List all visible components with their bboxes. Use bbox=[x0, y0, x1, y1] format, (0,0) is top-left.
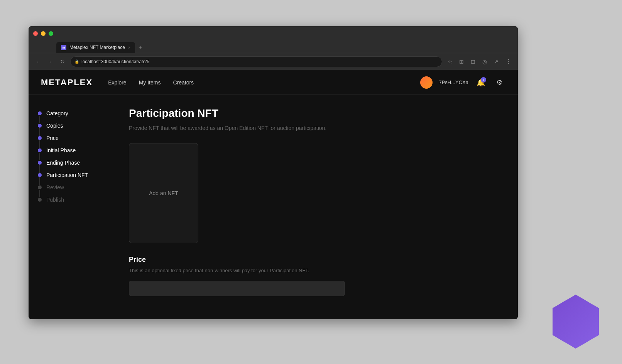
add-nft-label: Add an NFT bbox=[149, 190, 178, 196]
price-input[interactable] bbox=[129, 281, 345, 296]
page-description: Provide NFT that will be awarded as an O… bbox=[129, 124, 502, 132]
sidebar-label-initial-phase: Initial Phase bbox=[46, 147, 76, 153]
notification-button[interactable]: 🔔 1 bbox=[475, 76, 487, 89]
tab-title: Metaplex NFT Marketplace bbox=[69, 45, 125, 50]
sidebar-items: Category Copies Price bbox=[38, 107, 104, 206]
settings-button[interactable]: ⚙ bbox=[493, 76, 505, 89]
sidebar-dot-initial-phase bbox=[38, 148, 42, 152]
browser-titlebar bbox=[29, 26, 518, 41]
sidebar-item-category[interactable]: Category bbox=[38, 107, 104, 120]
decorative-shape bbox=[553, 295, 599, 349]
notification-badge: 1 bbox=[481, 77, 486, 83]
wallet-avatar bbox=[420, 76, 433, 89]
extension-icon-2[interactable]: ⊡ bbox=[468, 57, 478, 66]
gear-icon: ⚙ bbox=[496, 78, 502, 87]
sidebar-label-participation-nft: Participation NFT bbox=[46, 172, 88, 178]
extension-icon-3[interactable]: ◎ bbox=[480, 57, 489, 66]
minimize-button[interactable] bbox=[41, 31, 46, 36]
back-button[interactable]: ‹ bbox=[33, 57, 42, 66]
new-tab-button[interactable]: + bbox=[135, 42, 146, 53]
sidebar-dot-participation-nft bbox=[38, 173, 42, 177]
nav-creators[interactable]: Creators bbox=[173, 79, 194, 86]
close-button[interactable] bbox=[33, 31, 38, 36]
sidebar-label-category: Category bbox=[46, 110, 68, 116]
nav-my-items[interactable]: My Items bbox=[139, 79, 161, 86]
url-bar[interactable]: 🔒 localhost:3000/#/auction/create/5 bbox=[70, 56, 442, 67]
main-layout: Category Copies Price bbox=[29, 95, 518, 319]
sidebar-item-participation-nft[interactable]: Participation NFT bbox=[38, 169, 104, 181]
sidebar-item-initial-phase[interactable]: Initial Phase bbox=[38, 144, 104, 157]
sidebar-dot-ending-phase bbox=[38, 161, 42, 165]
page-title: Participation NFT bbox=[129, 107, 502, 120]
price-section-title: Price bbox=[129, 256, 502, 264]
sidebar-dot-publish bbox=[38, 198, 42, 202]
toolbar-icons: ☆ ⊞ ⊡ ◎ ↗ bbox=[445, 57, 501, 66]
tab-favicon-icon: M bbox=[61, 45, 66, 50]
maximize-button[interactable] bbox=[49, 31, 53, 36]
sidebar-item-copies[interactable]: Copies bbox=[38, 120, 104, 132]
main-content: Participation NFT Provide NFT that will … bbox=[113, 95, 518, 319]
sidebar-item-review[interactable]: Review bbox=[38, 181, 104, 194]
sidebar-label-ending-phase: Ending Phase bbox=[46, 160, 80, 166]
sidebar-item-ending-phase[interactable]: Ending Phase bbox=[38, 157, 104, 169]
navbar-right: 7PsH...YCXa 🔔 1 ⚙ bbox=[420, 76, 505, 89]
extension-icon-4[interactable]: ↗ bbox=[492, 57, 501, 66]
url-text: localhost:3000/#/auction/create/5 bbox=[81, 59, 149, 64]
app-content: METAPLEX Explore My Items Creators 7PsH.… bbox=[29, 70, 518, 319]
tab-bar: M Metaplex NFT Marketplace × + bbox=[29, 41, 518, 53]
refresh-button[interactable]: ↻ bbox=[58, 57, 67, 66]
add-nft-card[interactable]: Add an NFT bbox=[129, 143, 198, 243]
bookmark-icon[interactable]: ☆ bbox=[445, 57, 455, 66]
nav-explore[interactable]: Explore bbox=[108, 79, 126, 86]
browser-window: M Metaplex NFT Marketplace × + ‹ › ↻ 🔒 l… bbox=[29, 26, 518, 319]
logo[interactable]: METAPLEX bbox=[41, 78, 93, 88]
sidebar-item-publish[interactable]: Publish bbox=[38, 194, 104, 206]
address-bar-row: ‹ › ↻ 🔒 localhost:3000/#/auction/create/… bbox=[29, 53, 518, 70]
lock-icon: 🔒 bbox=[74, 59, 79, 64]
sidebar-item-price[interactable]: Price bbox=[38, 132, 104, 144]
more-menu-button[interactable]: ⋮ bbox=[504, 57, 513, 66]
wallet-address[interactable]: 7PsH...YCXa bbox=[439, 79, 468, 85]
sidebar: Category Copies Price bbox=[29, 95, 113, 319]
sidebar-label-copies: Copies bbox=[46, 123, 63, 129]
extension-icon-1[interactable]: ⊞ bbox=[457, 57, 466, 66]
tab-close-icon[interactable]: × bbox=[128, 46, 130, 50]
nav-links: Explore My Items Creators bbox=[108, 79, 420, 86]
sidebar-dot-review bbox=[38, 185, 42, 189]
sidebar-dot-price bbox=[38, 136, 42, 140]
forward-button[interactable]: › bbox=[46, 57, 55, 66]
sidebar-label-price: Price bbox=[46, 135, 59, 141]
price-section-description: This is an optional fixed price that non… bbox=[129, 267, 502, 275]
sidebar-label-publish: Publish bbox=[46, 197, 64, 203]
active-tab[interactable]: M Metaplex NFT Marketplace × bbox=[56, 42, 135, 53]
navbar: METAPLEX Explore My Items Creators 7PsH.… bbox=[29, 70, 518, 95]
price-section: Price This is an optional fixed price th… bbox=[129, 256, 502, 296]
sidebar-label-review: Review bbox=[46, 184, 64, 190]
sidebar-dot-copies bbox=[38, 124, 42, 128]
sidebar-dot-category bbox=[38, 111, 42, 115]
